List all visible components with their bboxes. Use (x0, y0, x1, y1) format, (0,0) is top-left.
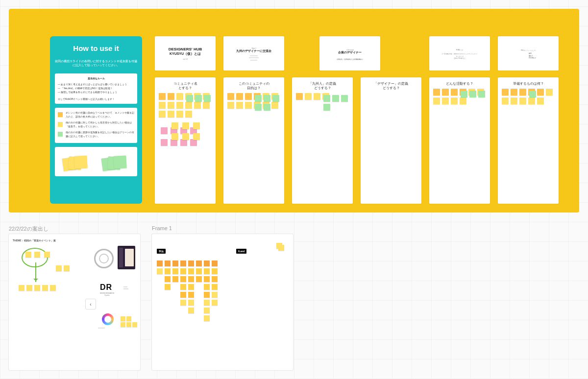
sticky-note[interactable] (537, 89, 544, 95)
sticky-note[interactable] (204, 276, 210, 282)
sticky-note[interactable] (264, 104, 270, 111)
sticky-note[interactable] (188, 292, 194, 298)
frame-label-left[interactable]: 22/2/22の案出し (9, 225, 49, 233)
sticky-note[interactable] (528, 97, 535, 104)
sticky-note[interactable] (519, 89, 526, 95)
sticky-note[interactable] (185, 111, 192, 118)
sticky-note[interactable] (502, 97, 509, 104)
sticky-note[interactable] (188, 261, 194, 266)
sticky-note[interactable] (180, 292, 186, 298)
sticky-note[interactable] (121, 316, 125, 321)
sticky-note[interactable] (193, 122, 200, 129)
sticky-note[interactable] (165, 284, 171, 290)
tag-black[interactable]: 手法 (157, 249, 166, 254)
sticky-note[interactable] (188, 300, 194, 306)
sticky-note[interactable] (323, 95, 330, 102)
sticky-note[interactable] (204, 284, 210, 290)
sticky-note[interactable] (255, 104, 262, 111)
sticky-note[interactable] (188, 276, 194, 282)
sticky-note[interactable] (537, 97, 544, 104)
sticky-note[interactable] (204, 300, 210, 306)
sticky-note[interactable] (305, 93, 312, 100)
frame-label-right[interactable]: Frame 1 (152, 225, 172, 231)
sticky-note[interactable] (157, 261, 163, 266)
sticky-note[interactable] (180, 300, 186, 306)
sticky-note[interactable] (442, 97, 449, 104)
sticky-note[interactable] (157, 268, 163, 274)
sticky-note[interactable] (172, 268, 178, 274)
sticky-note[interactable] (165, 268, 171, 274)
sticky-note[interactable] (341, 95, 348, 102)
sticky-note[interactable] (180, 139, 187, 146)
question-column[interactable]: どんな活動する？ (429, 77, 490, 204)
sticky-note[interactable] (442, 89, 449, 95)
sticky-note[interactable] (182, 122, 189, 129)
slide-5[interactable]: PRJのイベントとして 場所 進め方 日程感など (498, 36, 559, 71)
sticky-note[interactable] (159, 102, 166, 109)
sticky-note[interactable] (323, 104, 330, 111)
sticky-note[interactable] (204, 315, 210, 321)
sticky-note[interactable] (64, 265, 70, 271)
question-column[interactable]: コミュニティ名とする？ (155, 77, 216, 204)
sticky-note[interactable] (168, 93, 174, 100)
sticky-note[interactable] (469, 91, 476, 97)
sticky-note[interactable] (132, 322, 137, 327)
sticky-note[interactable] (461, 91, 467, 97)
sticky-note[interactable] (180, 284, 186, 290)
sticky-note[interactable] (194, 102, 201, 109)
sticky-note[interactable] (264, 95, 270, 102)
frame-22-2-22[interactable]: THEME：初回の「音楽のイベント」案 DR DESIGN RESEARCHKy… (9, 234, 140, 370)
sticky-note[interactable] (161, 139, 168, 146)
sticky-note[interactable] (196, 268, 202, 274)
sticky-note[interactable] (188, 284, 194, 290)
sticky-note[interactable] (204, 268, 210, 274)
sticky-note[interactable] (460, 97, 466, 104)
frame-1[interactable]: 手法 ILand (152, 234, 293, 370)
sticky-note[interactable] (196, 261, 202, 266)
sticky-note[interactable] (204, 292, 210, 298)
sticky-note[interactable] (172, 133, 178, 140)
sticky-note[interactable] (204, 308, 210, 313)
question-column[interactable]: このコミュニティの目的は？ (223, 77, 284, 204)
slide-1[interactable]: DESIGNERS' HUB KYUSYU（仮）とは ver 1.0 (155, 36, 216, 71)
slide-4[interactable]: FINALには (一部省略) 対象・参加のためのコミュニティにしたい ゆくゆくは… (429, 36, 490, 71)
sticky-note[interactable] (126, 316, 131, 321)
sticky-note[interactable] (212, 284, 218, 290)
sticky-note[interactable] (204, 95, 211, 102)
green-sticky-stack[interactable] (102, 155, 129, 172)
sticky-note[interactable] (196, 276, 202, 282)
sticky-note[interactable] (26, 285, 32, 291)
sticky-note[interactable] (165, 261, 171, 266)
sticky-note[interactable] (159, 111, 166, 118)
sticky-note[interactable] (168, 111, 174, 118)
sticky-note[interactable] (180, 268, 186, 274)
sticky-note[interactable] (511, 97, 517, 104)
sticky-note[interactable] (34, 285, 40, 291)
sticky-note[interactable] (245, 102, 252, 109)
sticky-note[interactable] (186, 95, 193, 102)
sticky-note[interactable] (168, 102, 174, 109)
sticky-note[interactable] (172, 122, 178, 129)
sticky-note[interactable] (159, 93, 166, 100)
sticky-note[interactable] (172, 276, 178, 282)
sticky-note[interactable] (182, 133, 189, 140)
sticky-note[interactable] (451, 97, 458, 104)
sticky-note[interactable] (193, 133, 200, 140)
sticky-note[interactable] (212, 292, 218, 298)
sticky-note[interactable] (126, 322, 131, 327)
question-column[interactable]: 「デザイナー」の定義どうする？ (361, 77, 421, 204)
yellow-sticky-stack[interactable] (63, 155, 90, 172)
sticky-note[interactable] (190, 139, 197, 146)
sticky-note[interactable] (171, 139, 177, 146)
sticky-note[interactable] (278, 245, 284, 251)
sticky-note[interactable] (56, 265, 62, 271)
sticky-note[interactable] (255, 95, 262, 102)
sticky-note[interactable] (185, 102, 192, 109)
sticky-note[interactable] (180, 276, 186, 282)
sticky-note[interactable] (161, 127, 168, 134)
sticky-note[interactable] (50, 285, 56, 291)
sticky-note[interactable] (511, 89, 517, 95)
sticky-note[interactable] (188, 268, 194, 274)
sticky-note[interactable] (25, 252, 31, 258)
sticky-note[interactable] (180, 261, 186, 266)
